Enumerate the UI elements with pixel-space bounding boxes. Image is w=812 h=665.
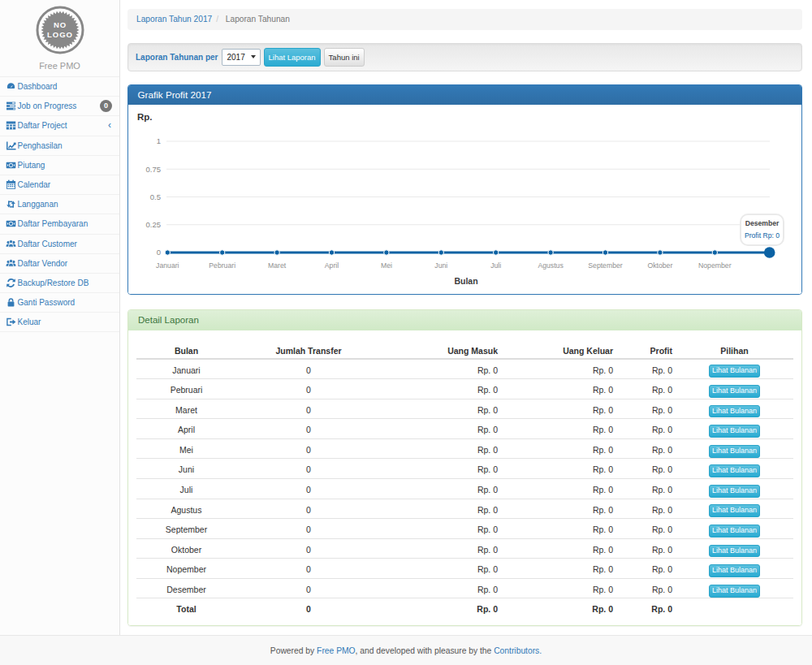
svg-text:LOGO: LOGO	[47, 30, 73, 39]
svg-text:0.5: 0.5	[150, 192, 161, 201]
svg-text:September: September	[588, 261, 623, 270]
svg-text:0: 0	[157, 248, 161, 257]
svg-text:Agustus: Agustus	[538, 261, 564, 270]
svg-text:NO: NO	[53, 20, 66, 29]
svg-text:Bulan: Bulan	[454, 276, 477, 286]
svg-text:0.25: 0.25	[146, 220, 162, 229]
svg-text:Juli: Juli	[490, 261, 501, 270]
svg-text:Mei: Mei	[381, 261, 392, 270]
svg-text:Pebruari: Pebruari	[209, 261, 235, 270]
svg-text:Januari: Januari	[156, 261, 179, 270]
svg-text:Juni: Juni	[434, 261, 447, 270]
svg-text:0.75: 0.75	[146, 165, 162, 174]
svg-text:1: 1	[157, 136, 161, 145]
svg-text:Maret: Maret	[268, 261, 287, 270]
svg-text:April: April	[325, 261, 339, 270]
svg-text:Oktober: Oktober	[647, 261, 672, 270]
svg-text:Nopember: Nopember	[698, 261, 732, 270]
